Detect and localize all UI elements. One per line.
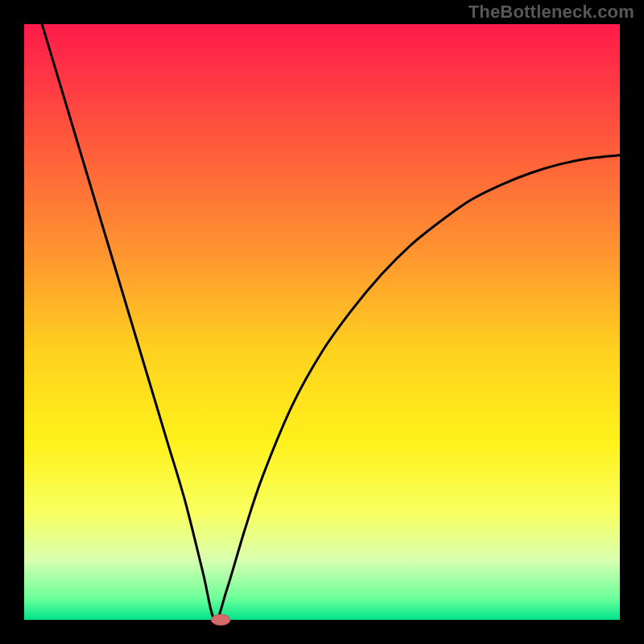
optimal-marker (211, 614, 230, 625)
plot-background (24, 24, 620, 620)
chart-container: TheBottleneck.com (0, 0, 644, 644)
bottleneck-curve-plot (0, 0, 644, 644)
attribution-text: TheBottleneck.com (469, 2, 634, 23)
